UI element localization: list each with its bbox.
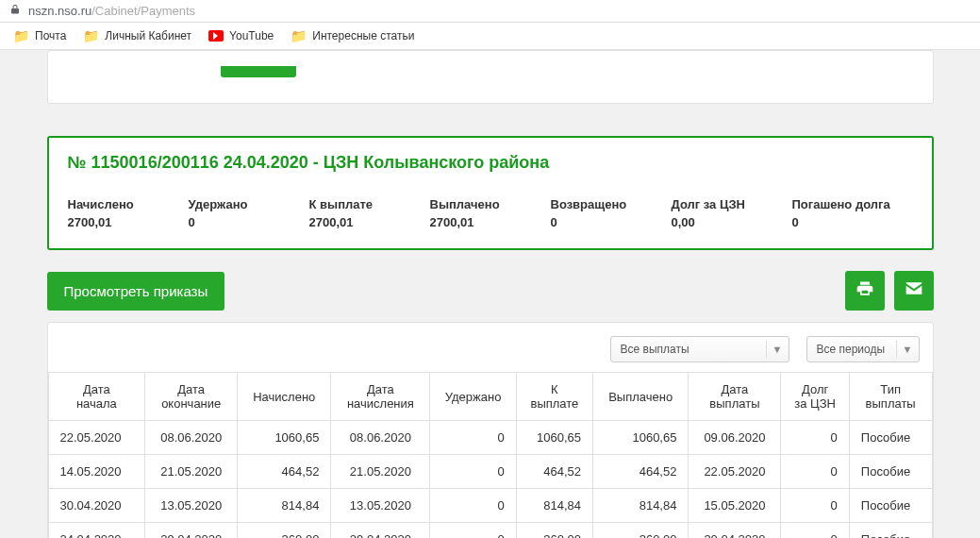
- cell-to-pay: 814,84: [516, 489, 592, 523]
- table-row: 22.05.202008.06.20201060,6508.06.2020010…: [48, 421, 932, 455]
- summary-item: Возвращено0: [551, 197, 672, 229]
- summary-value: 2700,01: [68, 215, 189, 229]
- table-header-cell: Типвыплаты: [849, 373, 932, 421]
- cell-accrued: 360,00: [238, 523, 331, 539]
- summary-item: К выплате2700,01: [309, 197, 430, 229]
- cell-accrual-date: 13.05.2020: [331, 489, 430, 523]
- bookmark-label: Интересные статьи: [312, 29, 414, 42]
- table-header-cell: Датаначисления: [331, 373, 430, 421]
- cell-pay-date: 09.06.2020: [689, 421, 781, 455]
- summary-card: № 1150016/200116 24.04.2020 - ЦЗН Колыва…: [47, 136, 934, 250]
- summary-value: 0: [792, 215, 913, 229]
- summary-title: № 1150016/200116 24.04.2020 - ЦЗН Колыва…: [68, 153, 913, 173]
- summary-label: Выплачено: [430, 197, 551, 211]
- chevron-down-icon: ▼: [896, 341, 913, 358]
- table-row: 24.04.202029.04.2020360,0029.04.20200360…: [48, 523, 932, 539]
- cell-accrual-date: 08.06.2020: [331, 421, 430, 455]
- cell-paid: 360,00: [592, 523, 688, 539]
- cell-accrual-date: 29.04.2020: [331, 523, 430, 539]
- cell-paid: 1060,65: [592, 421, 688, 455]
- payments-filter-label: Все выплаты: [621, 343, 689, 356]
- cell-withheld: 0: [430, 421, 516, 455]
- cell-debt: 0: [781, 489, 849, 523]
- email-button[interactable]: [894, 271, 934, 311]
- cell-end: 13.05.2020: [145, 489, 238, 523]
- cell-end: 08.06.2020: [145, 421, 238, 455]
- cell-type: Пособие: [849, 489, 932, 523]
- bookmark-item[interactable]: 📁Почта: [13, 28, 66, 43]
- cell-debt: 0: [781, 421, 849, 455]
- payments-filter-dropdown[interactable]: Все выплаты ▼: [610, 336, 789, 362]
- chevron-down-icon: ▼: [766, 341, 783, 358]
- cell-to-pay: 1060,65: [516, 421, 592, 455]
- cell-start: 30.04.2020: [48, 489, 145, 523]
- summary-label: Возвращено: [551, 197, 672, 211]
- folder-icon: 📁: [83, 28, 99, 43]
- summary-item: Долг за ЦЗН0,00: [672, 197, 792, 229]
- summary-value: 2700,01: [430, 215, 551, 229]
- cell-debt: 0: [781, 523, 849, 539]
- payments-table-card: Все выплаты ▼ Все периоды ▼ ДатаначалаДа…: [47, 322, 934, 538]
- bookmarks-bar: 📁Почта📁Личный КабинетYouTube📁Интересные …: [0, 23, 980, 50]
- envelope-icon: [905, 279, 923, 303]
- periods-filter-dropdown[interactable]: Все периоды ▼: [806, 336, 920, 362]
- summary-row: Начислено2700,01Удержано0К выплате2700,0…: [68, 197, 913, 229]
- summary-label: Долг за ЦЗН: [672, 197, 792, 211]
- cell-pay-date: 22.05.2020: [689, 455, 781, 489]
- bookmark-label: Почта: [35, 29, 66, 42]
- summary-item: Удержано0: [189, 197, 309, 229]
- summary-value: 2700,01: [309, 215, 430, 229]
- summary-value: 0,00: [672, 215, 792, 229]
- youtube-icon: [208, 30, 224, 42]
- cell-accrued: 814,84: [238, 489, 331, 523]
- green-button-stub: [221, 66, 296, 77]
- cell-debt: 0: [781, 455, 849, 489]
- cell-start: 22.05.2020: [48, 421, 145, 455]
- actions-row: Просмотреть приказы: [47, 271, 934, 311]
- periods-filter-label: Все периоды: [817, 343, 886, 356]
- printer-icon: [855, 279, 874, 303]
- summary-item: Выплачено2700,01: [430, 197, 551, 229]
- cell-to-pay: 464,52: [516, 455, 592, 489]
- cell-accrual-date: 21.05.2020: [331, 455, 430, 489]
- view-orders-button[interactable]: Просмотреть приказы: [47, 272, 225, 311]
- cell-withheld: 0: [430, 455, 516, 489]
- table-header-row: ДатаначалаДатаокончаниеНачисленоДатаначи…: [48, 373, 932, 421]
- table-header-cell: Квыплате: [516, 373, 592, 421]
- cell-to-pay: 360,00: [516, 523, 592, 539]
- summary-item: Начислено2700,01: [68, 197, 189, 229]
- address-bar: nszn.nso.ru/Cabinet/Payments: [0, 0, 980, 23]
- cell-withheld: 0: [430, 523, 516, 539]
- folder-icon: 📁: [291, 28, 307, 43]
- cell-pay-date: 30.04.2020: [689, 523, 781, 539]
- cell-withheld: 0: [430, 489, 516, 523]
- cell-end: 21.05.2020: [145, 455, 238, 489]
- table-header-cell: Датавыплаты: [689, 373, 781, 421]
- cell-accrued: 464,52: [238, 455, 331, 489]
- bookmark-item[interactable]: YouTube: [208, 29, 274, 42]
- cell-type: Пособие: [849, 455, 932, 489]
- table-header-cell: Датаокончание: [145, 373, 238, 421]
- cell-paid: 814,84: [592, 489, 688, 523]
- folder-icon: 📁: [13, 28, 29, 43]
- table-header-cell: Удержано: [430, 373, 516, 421]
- filters-row: Все выплаты ▼ Все периоды ▼: [48, 323, 933, 372]
- summary-value: 0: [551, 215, 672, 229]
- payments-table: ДатаначалаДатаокончаниеНачисленоДатаначи…: [48, 372, 933, 538]
- table-header-cell: Датаначала: [48, 373, 145, 421]
- cell-type: Пособие: [849, 421, 932, 455]
- bookmark-item[interactable]: 📁Личный Кабинет: [83, 28, 191, 43]
- lock-icon: [9, 4, 21, 18]
- cell-start: 24.04.2020: [48, 523, 145, 539]
- previous-card-stub: [47, 50, 934, 104]
- url-text[interactable]: nszn.nso.ru/Cabinet/Payments: [28, 4, 195, 18]
- cell-start: 14.05.2020: [48, 455, 145, 489]
- bookmark-item[interactable]: 📁Интересные статьи: [291, 28, 414, 43]
- print-button[interactable]: [845, 271, 885, 311]
- cell-end: 29.04.2020: [145, 523, 238, 539]
- table-header-cell: Выплачено: [592, 373, 688, 421]
- summary-label: Погашено долга: [792, 197, 913, 211]
- table-row: 30.04.202013.05.2020814,8413.05.20200814…: [48, 489, 932, 523]
- cell-type: Пособие: [849, 523, 932, 539]
- bookmark-label: Личный Кабинет: [105, 29, 191, 42]
